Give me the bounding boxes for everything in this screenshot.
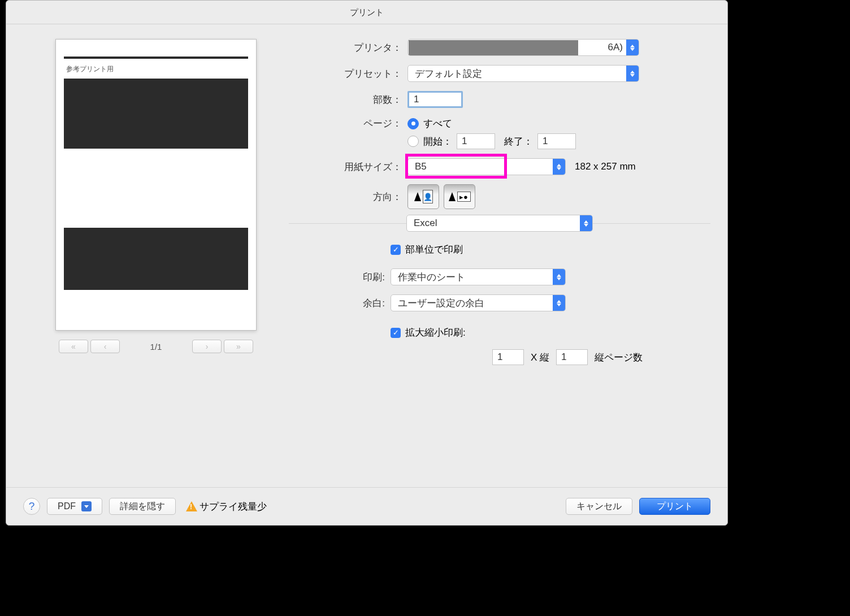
arrow-up-icon bbox=[449, 192, 456, 201]
preset-select[interactable]: デフォルト設定 bbox=[407, 65, 639, 82]
margins-select[interactable]: ユーザー設定の余白 bbox=[391, 294, 566, 311]
cancel-button[interactable]: キャンセル bbox=[566, 498, 632, 515]
last-page-button[interactable]: » bbox=[224, 340, 253, 353]
copies-input[interactable] bbox=[409, 93, 461, 106]
pages-to-label: 終了： bbox=[504, 135, 533, 148]
print-button[interactable]: プリント bbox=[639, 498, 710, 515]
collate-checkbox[interactable]: ✓ bbox=[391, 245, 401, 255]
help-button[interactable]: ? bbox=[23, 498, 40, 515]
scale-label: 拡大縮小印刷: bbox=[405, 326, 466, 339]
app-section-select[interactable]: Excel bbox=[406, 215, 593, 232]
dialog-title: プリント bbox=[6, 1, 727, 24]
pages-range-radio[interactable] bbox=[407, 136, 419, 147]
portrait-page-icon: 👤 bbox=[423, 190, 433, 203]
chevron-updown-icon bbox=[553, 159, 565, 175]
vertical-pages-label: 縦ページ数 bbox=[595, 351, 643, 364]
copies-focus bbox=[407, 91, 463, 108]
collate-label: 部単位で印刷 bbox=[405, 243, 463, 256]
pages-label: ページ： bbox=[289, 117, 407, 130]
print-target-select[interactable]: 作業中のシート bbox=[391, 268, 566, 285]
chevron-updown-icon bbox=[580, 215, 592, 231]
preview-page: 参考プリント用 bbox=[55, 39, 257, 331]
pdf-dropdown-button[interactable]: PDF bbox=[47, 498, 102, 515]
chevron-updown-icon bbox=[553, 295, 565, 311]
scale-height-input[interactable] bbox=[556, 349, 588, 365]
page-count: 1/1 bbox=[122, 342, 190, 352]
preview-caption: 参考プリント用 bbox=[66, 64, 246, 74]
redacted-printer-name bbox=[409, 40, 578, 56]
landscape-page-icon: ▸● bbox=[457, 192, 471, 202]
dialog-footer: ? PDF 詳細を隠す サプライ残量少 キャンセル プリント bbox=[6, 487, 727, 525]
next-page-button[interactable]: › bbox=[192, 340, 222, 353]
paper-size-select[interactable]: B5 bbox=[407, 158, 566, 175]
paper-size-label: 用紙サイズ： bbox=[289, 160, 407, 173]
supply-low-text: サプライ残量少 bbox=[200, 500, 267, 513]
first-page-button[interactable]: « bbox=[59, 340, 88, 353]
orientation-landscape-button[interactable]: ▸● bbox=[444, 184, 475, 209]
warning-icon bbox=[186, 501, 197, 511]
preview-pane: 参考プリント用 « ‹ 1/1 › » bbox=[23, 36, 289, 374]
orientation-label: 方向： bbox=[289, 190, 407, 203]
pages-to-input[interactable] bbox=[537, 133, 576, 149]
orientation-portrait-button[interactable]: 👤 bbox=[407, 184, 439, 209]
scale-checkbox[interactable]: ✓ bbox=[391, 328, 401, 338]
printer-select[interactable]: 6A) bbox=[407, 39, 639, 56]
chevron-updown-icon bbox=[626, 66, 639, 81]
preset-label: プリセット： bbox=[289, 67, 407, 80]
pages-all-label: すべて bbox=[423, 117, 452, 130]
hide-details-button[interactable]: 詳細を隠す bbox=[109, 498, 176, 515]
prev-page-button[interactable]: ‹ bbox=[90, 340, 120, 353]
preview-pager: « ‹ 1/1 › » bbox=[23, 340, 289, 353]
chevron-updown-icon bbox=[626, 40, 639, 55]
paper-dimensions: 182 x 257 mm bbox=[575, 161, 636, 172]
print-target-label: 印刷: bbox=[289, 271, 391, 284]
printer-label: プリンタ： bbox=[289, 41, 407, 54]
pages-all-radio[interactable] bbox=[407, 118, 419, 129]
margins-label: 余白: bbox=[289, 297, 391, 310]
x-vertical-label: X 縦 bbox=[531, 351, 549, 364]
form-pane: プリンタ： 6A) プリセット： デフォルト設定 部数： bbox=[289, 36, 710, 374]
scale-width-input[interactable] bbox=[492, 349, 524, 365]
copies-label: 部数： bbox=[289, 93, 407, 106]
chevron-updown-icon bbox=[553, 269, 565, 285]
arrow-up-icon bbox=[414, 192, 421, 201]
pages-from-label: 開始： bbox=[423, 135, 452, 148]
pages-from-input[interactable] bbox=[457, 133, 495, 149]
print-dialog: プリント 参考プリント用 « ‹ 1/1 › » プリンタ： bbox=[6, 0, 728, 526]
chevron-down-icon bbox=[81, 501, 92, 511]
